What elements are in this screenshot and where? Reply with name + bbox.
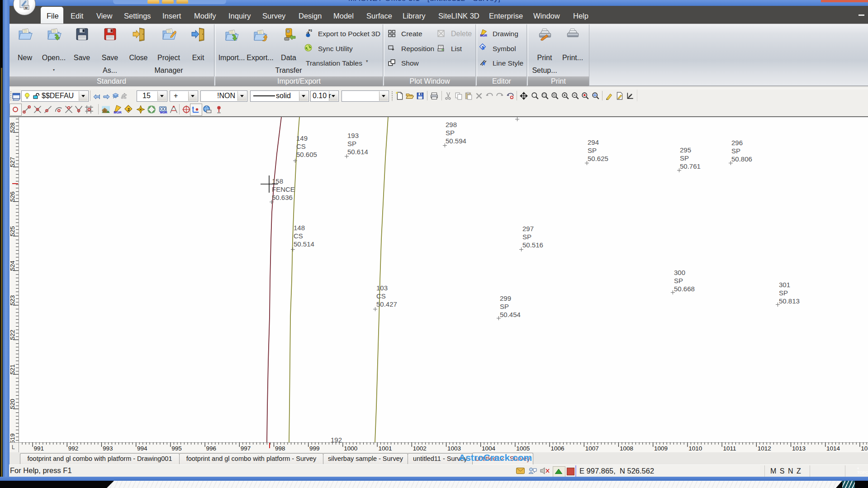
svg-text:1000: 1000 [344,445,357,452]
svg-text:1013: 1013 [792,445,806,452]
svg-text:996: 996 [206,445,217,452]
svg-text:522: 522 [9,330,16,340]
svg-text:1009: 1009 [654,445,668,452]
svg-text:1007: 1007 [585,445,599,452]
svg-text:525: 525 [9,226,16,237]
svg-text:521: 521 [9,364,16,374]
svg-text:1014: 1014 [826,445,840,452]
svg-text:524: 524 [9,261,16,271]
svg-text:997: 997 [241,445,251,452]
svg-text:MGR: MGR [114,110,122,114]
svg-text:1011: 1011 [723,445,736,452]
svg-text:998: 998 [275,445,285,452]
svg-text:1012: 1012 [758,445,771,452]
svg-text:991: 991 [34,445,44,452]
svg-text:526: 526 [9,191,16,202]
svg-text:MGR: MGR [160,111,167,114]
svg-text:1003: 1003 [447,445,461,452]
svg-text:1004: 1004 [482,445,496,452]
svg-text:994: 994 [137,445,147,452]
svg-text:1015: 1015 [861,445,868,452]
svg-text:1005: 1005 [516,445,530,452]
svg-text:992: 992 [68,445,79,452]
svg-text:P3D: P3D [308,29,312,32]
svg-text:M: M [25,6,28,9]
svg-text:MGR: MGR [480,34,487,37]
svg-text:995: 995 [171,445,182,452]
svg-text:520: 520 [9,399,16,409]
svg-text:528: 528 [9,123,16,133]
svg-text:1008: 1008 [620,445,633,452]
svg-text:1010: 1010 [688,445,702,452]
svg-text:527: 527 [9,157,16,167]
svg-text:993: 993 [103,445,113,452]
svg-text:523: 523 [9,295,16,306]
svg-text:999: 999 [309,445,320,452]
svg-text:2: 2 [128,107,130,112]
svg-text:1001: 1001 [379,445,392,452]
svg-text:1002: 1002 [413,445,427,452]
svg-text:1006: 1006 [551,445,564,452]
